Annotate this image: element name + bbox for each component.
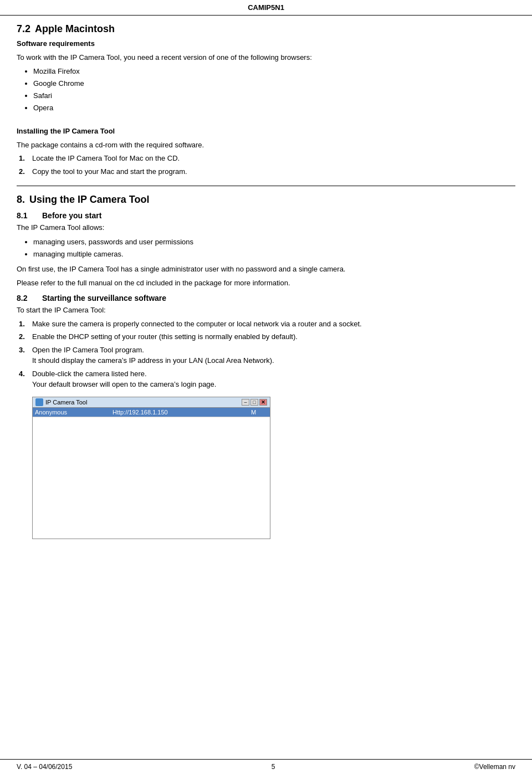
step-num: 2. [17,331,32,342]
footer-right: ©Velleman nv [474,763,515,771]
footer-left: V. 04 – 04/06/2015 [17,763,72,771]
browser-list: Mozilla FirefoxGoogle ChromeSafariOpera [33,65,515,114]
section-divider [17,186,515,186]
section-7-2-num: 7.2 [17,23,30,35]
page-footer: V. 04 – 04/06/2015 5 ©Velleman nv [0,759,532,774]
browser-list-item: Mozilla Firefox [33,65,515,78]
screenshot-table-header: Anonymous Http://192.168.1.150 M [33,408,270,417]
screenshot-body [33,417,270,539]
install-step: 1.Locate the IP Camera Tool for Mac on t… [17,153,515,164]
screenshot-titlebar-buttons: – □ ✕ [242,399,267,406]
start-step: 2.Enable the DHCP setting of your router… [17,331,515,342]
start-steps-list: 1.Make sure the camera is properly conne… [17,319,515,390]
start-step: 3.Open the IP Camera Tool program.It sho… [17,345,515,366]
screenshot-col3-header: M [251,409,268,416]
first-use-para: On first use, the IP Camera Tool has a s… [17,264,515,275]
start-tool-intro: To start the IP Camera Tool: [17,305,515,316]
section-8-2-num: 8.2 [17,294,37,303]
step-num: 4. [17,368,32,390]
section-7-2-title: Apple Macintosh [35,23,115,35]
step-content: Open the IP Camera Tool program.It shoul… [32,345,515,366]
section-8-2-heading: 8.2 Starting the surveillance software [17,294,515,303]
screenshot-window: IP Camera Tool – □ ✕ Anonymous Http://19… [32,397,270,539]
installing-text: The package contains a cd-rom with the r… [17,140,515,151]
footer-center: 5 [272,763,275,771]
close-button[interactable]: ✕ [259,399,267,406]
page-content: 7.2 Apple Macintosh Software requirement… [0,23,532,579]
step-content: Locate the IP Camera Tool for Mac on the… [32,153,515,164]
screenshot-titlebar: IP Camera Tool – □ ✕ [33,397,270,408]
step-content: Copy the tool to your Mac and start the … [32,166,515,177]
screenshot-col1-header: Anonymous [35,409,112,416]
step-content: Make sure the camera is properly connect… [32,319,515,330]
browser-list-item: Opera [33,102,515,114]
section-8-title: Using the IP Camera Tool [29,194,149,206]
screenshot-app-icon [35,398,43,406]
step-content: Double-click the camera listed here.Your… [32,368,515,390]
step-sub: Your default browser will open to the ca… [32,379,515,390]
screenshot-titlebar-left: IP Camera Tool [35,398,87,406]
step-num: 3. [17,345,32,366]
manual-ref-para: Please refer to the full manual on the c… [17,278,515,289]
maximize-button[interactable]: □ [250,399,258,406]
before-you-start-intro: The IP Camera Tool allows: [17,222,515,233]
section-8-num: 8. [17,194,25,206]
section-8-heading: 8. Using the IP Camera Tool [17,194,515,206]
installing-strong: Installing the IP Camera Tool [17,127,115,135]
installing-label: Installing the IP Camera Tool [17,126,515,137]
page: CAMIP5N1 7.2 Apple Macintosh Software re… [0,0,532,774]
page-header: CAMIP5N1 [0,0,532,16]
step-num: 1. [17,153,32,164]
step-content: Enable the DHCP setting of your router (… [32,331,515,342]
software-req-strong: Software requirements [17,39,95,48]
step-num: 2. [17,166,32,177]
install-step: 2.Copy the tool to your Mac and start th… [17,166,515,177]
camera-tool-features: managing users, passwords and user permi… [33,236,515,260]
start-step: 4.Double-click the camera listed here.Yo… [17,368,515,390]
screenshot-col2-header: Http://192.168.1.150 [112,409,251,416]
browser-list-item: Google Chrome [33,78,515,90]
screenshot-title: IP Camera Tool [45,399,87,406]
section-8-2-title: Starting the surveillance software [42,294,166,303]
section-8-1-num: 8.1 [17,211,37,220]
software-req-intro: To work with the IP Camera Tool, you nee… [17,52,515,63]
software-req-label: Software requirements [17,38,515,49]
feature-item: managing multiple cameras. [33,248,515,260]
header-title: CAMIP5N1 [248,3,284,12]
section-7-2-heading: 7.2 Apple Macintosh [17,23,515,35]
feature-item: managing users, passwords and user permi… [33,236,515,248]
minimize-button[interactable]: – [242,399,249,406]
step-num: 1. [17,319,32,330]
browser-list-item: Safari [33,90,515,102]
install-steps-list: 1.Locate the IP Camera Tool for Mac on t… [17,153,515,177]
start-step: 1.Make sure the camera is properly conne… [17,319,515,330]
step-sub: It should display the camera’s IP addres… [32,355,515,366]
section-8-1-heading: 8.1 Before you start [17,211,515,220]
section-8-1-title: Before you start [42,211,101,220]
